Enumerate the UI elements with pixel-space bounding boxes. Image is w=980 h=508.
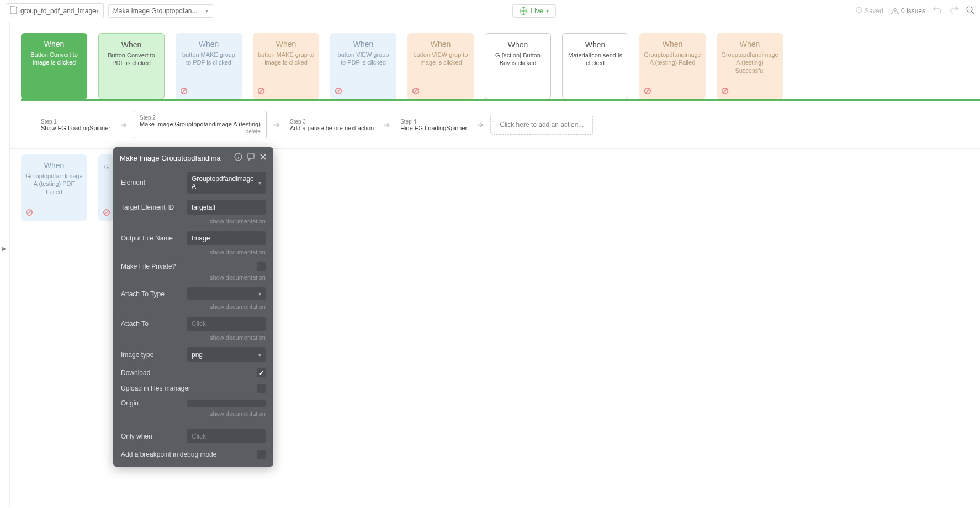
svg-line-6 xyxy=(182,89,186,93)
svg-line-12 xyxy=(414,89,418,93)
only-when-input[interactable]: Click xyxy=(187,429,266,443)
event-card[interactable]: Whenbutton VIEW group to PDF is clicked xyxy=(330,33,396,99)
step-description: Add a pause before next action xyxy=(290,125,374,131)
expand-arrow-icon[interactable]: ▶ xyxy=(2,245,7,252)
search-button[interactable] xyxy=(966,6,974,16)
event-when-label: When xyxy=(585,40,606,49)
target-element-id-input[interactable]: targetall xyxy=(187,200,266,215)
event-description: Button Convert to PDF is clicked xyxy=(103,51,160,67)
svg-line-10 xyxy=(337,89,341,93)
event-when-label: When xyxy=(276,40,296,49)
show-documentation-link[interactable]: show documentation xyxy=(113,274,273,284)
event-when-label: When xyxy=(431,40,451,49)
download-checkbox[interactable] xyxy=(257,368,266,377)
step-description: Show FG LoadingSpinner xyxy=(41,125,110,131)
left-gutter: ▶ xyxy=(0,22,10,507)
svg-line-14 xyxy=(646,89,650,93)
show-documentation-link[interactable]: show documentation xyxy=(113,249,273,259)
show-documentation-link[interactable]: show documentation xyxy=(113,410,273,420)
row-attach-to-type: Attach To Type ▾ xyxy=(113,284,273,303)
chevron-down-icon: ▾ xyxy=(258,180,261,186)
events-row: WhenButton Convert to Image is clickedWh… xyxy=(10,22,980,99)
make-file-private-checkbox[interactable] xyxy=(257,262,266,271)
event-description: button VIEW grup to image is clicked xyxy=(412,51,469,67)
event-card[interactable]: G xyxy=(98,154,115,221)
no-entry-icon xyxy=(644,87,651,95)
event-description: button MAKE grup to image is clicked xyxy=(257,51,315,67)
event-description: button MAKE group to PDF is clicked xyxy=(180,51,237,67)
row-only-when: Only when Click xyxy=(113,426,273,447)
event-description: MaterialIcon send is clicked xyxy=(567,51,623,67)
show-documentation-link[interactable]: show documentation xyxy=(113,303,273,313)
event-when-label: When xyxy=(121,40,142,49)
attach-to-type-select[interactable]: ▾ xyxy=(187,287,266,300)
row-target-element-id: Target Element ID targetall xyxy=(113,197,273,218)
row-download: Download xyxy=(113,365,273,381)
event-card[interactable]: WhenG [action] Button Buy is clicked xyxy=(485,33,551,99)
redo-button[interactable] xyxy=(950,6,958,15)
arrow-right-icon: ➔ xyxy=(384,120,390,129)
comment-icon[interactable] xyxy=(247,153,255,163)
event-card[interactable]: WhenButton Convert to PDF is clicked xyxy=(98,33,165,99)
image-type-select[interactable]: png ▾ xyxy=(187,347,266,362)
event-when-label: When xyxy=(508,40,528,49)
no-entry-icon xyxy=(180,87,188,95)
add-action-button[interactable]: Click here to add an action... xyxy=(490,115,593,135)
property-editor-panel[interactable]: Make Image Grouptopdfandima i Element Gr… xyxy=(113,147,273,467)
event-card[interactable]: WhenGrouptopdfandimage A (testing) Succe… xyxy=(717,33,783,99)
undo-button[interactable] xyxy=(933,6,942,15)
event-card[interactable]: WhenGrouptopdfandimage A (testing) PDF F… xyxy=(21,154,87,221)
workflow-step[interactable]: Step 2Make Image Grouptopdfandimage A (t… xyxy=(134,111,267,138)
arrow-right-icon: ➔ xyxy=(273,120,280,129)
event-when-label: When xyxy=(663,40,683,49)
row-origin: Origin xyxy=(113,396,273,410)
step-number: Step 3 xyxy=(290,119,374,125)
event-card[interactable]: WhenMaterialIcon send is clicked xyxy=(562,33,628,99)
panel-header[interactable]: Make Image Grouptopdfandima i xyxy=(113,147,273,168)
delete-step-link[interactable]: delete xyxy=(140,129,261,135)
chevron-down-icon: ▾ xyxy=(258,352,261,358)
attach-to-input[interactable]: Click xyxy=(187,317,266,331)
show-documentation-link[interactable]: show documentation xyxy=(113,218,273,228)
issues-indicator[interactable]: 0 issues xyxy=(891,7,925,15)
workflow-step[interactable]: Step 1Show FG LoadingSpinner xyxy=(38,116,114,133)
close-icon[interactable] xyxy=(259,153,267,162)
event-card[interactable]: WhenGrouptopdfandimage A (testing) Faile… xyxy=(639,33,706,99)
row-attach-to: Attach To Click xyxy=(113,313,273,334)
event-when-label: When xyxy=(199,40,219,49)
event-description: Grouptopdfandimage A (testing) PDF Faile… xyxy=(25,172,83,196)
output-file-name-input[interactable]: Image xyxy=(187,231,266,245)
no-entry-icon xyxy=(335,87,342,95)
page-select-dropdown[interactable]: group_to_pdf_and_image ▾ xyxy=(6,3,104,18)
saved-indicator: Saved xyxy=(856,7,883,15)
globe-icon xyxy=(520,7,527,15)
event-when-label: When xyxy=(44,40,65,49)
step-number: Step 4 xyxy=(400,119,467,125)
event-card[interactable]: Whenbutton MAKE grup to image is clicked xyxy=(253,33,319,99)
chevron-down-icon: ▾ xyxy=(546,8,549,14)
info-icon[interactable]: i xyxy=(234,153,242,163)
row-upload-files-manager: Upload in files manager xyxy=(113,381,273,396)
event-card[interactable]: Whenbutton MAKE group to PDF is clicked xyxy=(176,33,242,99)
workflow-step[interactable]: Step 3Add a pause before next action xyxy=(287,116,377,133)
event-description: G [action] Button Buy is clicked xyxy=(490,51,546,67)
breakpoint-checkbox[interactable] xyxy=(257,450,266,459)
svg-line-20 xyxy=(105,211,109,215)
row-image-type: Image type png ▾ xyxy=(113,344,273,365)
workflow-step[interactable]: Step 4Hide FG LoadingSpinner xyxy=(397,116,470,133)
svg-point-2 xyxy=(894,13,895,13)
warning-icon xyxy=(891,8,899,14)
origin-input[interactable] xyxy=(187,400,266,407)
show-documentation-link[interactable]: show documentation xyxy=(113,334,273,344)
element-select[interactable]: Grouptopdfandimage A ▾ xyxy=(187,172,266,194)
step-number: Step 2 xyxy=(140,115,261,121)
svg-line-8 xyxy=(259,89,263,93)
event-card[interactable]: Whenbutton VIEW grup to image is clicked xyxy=(407,33,474,99)
event-card[interactable]: WhenButton Convert to Image is clicked xyxy=(21,33,87,99)
page-name: group_to_pdf_and_image xyxy=(20,7,96,15)
live-toggle[interactable]: Live ▾ xyxy=(512,4,556,18)
chevron-down-icon: ▾ xyxy=(258,291,261,297)
upload-checkbox[interactable] xyxy=(257,384,266,393)
row-output-file-name: Output File Name Image xyxy=(113,228,273,249)
element-select-dropdown[interactable]: Make Image Grouptopdfan... ▾ xyxy=(108,4,213,18)
